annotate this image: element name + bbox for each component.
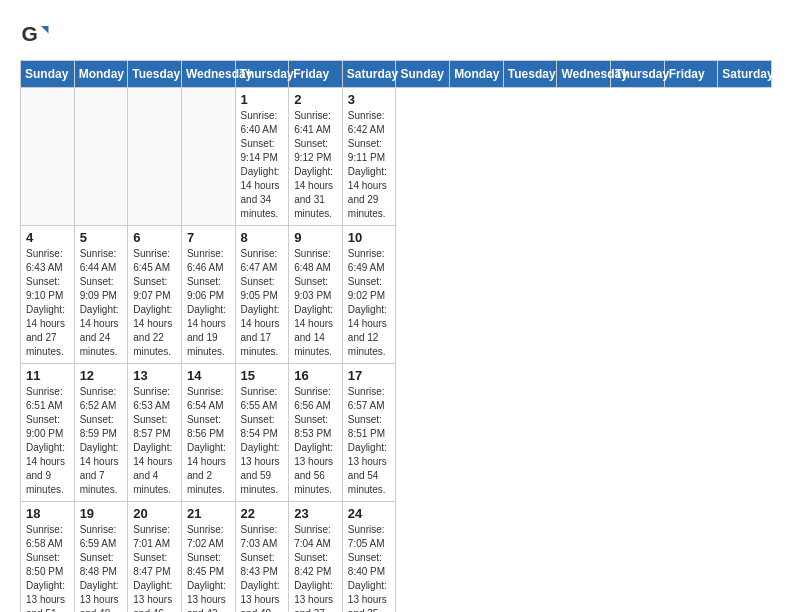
day-number: 3 (348, 92, 391, 107)
day-number: 10 (348, 230, 391, 245)
weekday-header-monday: Monday (450, 61, 504, 88)
day-number: 7 (187, 230, 230, 245)
calendar-cell: 18Sunrise: 6:58 AM Sunset: 8:50 PM Dayli… (21, 502, 75, 613)
calendar-cell: 12Sunrise: 6:52 AM Sunset: 8:59 PM Dayli… (74, 364, 128, 502)
calendar-header-row: SundayMondayTuesdayWednesdayThursdayFrid… (21, 61, 772, 88)
day-number: 21 (187, 506, 230, 521)
day-info: Sunrise: 6:59 AM Sunset: 8:48 PM Dayligh… (80, 523, 123, 612)
day-number: 14 (187, 368, 230, 383)
calendar-cell: 1Sunrise: 6:40 AM Sunset: 9:14 PM Daylig… (235, 88, 289, 226)
calendar-cell: 16Sunrise: 6:56 AM Sunset: 8:53 PM Dayli… (289, 364, 343, 502)
day-info: Sunrise: 7:01 AM Sunset: 8:47 PM Dayligh… (133, 523, 176, 612)
day-info: Sunrise: 6:42 AM Sunset: 9:11 PM Dayligh… (348, 109, 391, 221)
weekday-header-wednesday: Wednesday (557, 61, 611, 88)
calendar-cell (181, 88, 235, 226)
day-info: Sunrise: 6:46 AM Sunset: 9:06 PM Dayligh… (187, 247, 230, 359)
calendar-week-1: 1Sunrise: 6:40 AM Sunset: 9:14 PM Daylig… (21, 88, 772, 226)
weekday-header-monday: Monday (74, 61, 128, 88)
logo: G (20, 20, 52, 50)
day-number: 20 (133, 506, 176, 521)
day-info: Sunrise: 6:55 AM Sunset: 8:54 PM Dayligh… (241, 385, 284, 497)
day-number: 22 (241, 506, 284, 521)
day-number: 19 (80, 506, 123, 521)
calendar-cell: 21Sunrise: 7:02 AM Sunset: 8:45 PM Dayli… (181, 502, 235, 613)
weekday-header-thursday: Thursday (235, 61, 289, 88)
calendar-cell (21, 88, 75, 226)
day-info: Sunrise: 6:41 AM Sunset: 9:12 PM Dayligh… (294, 109, 337, 221)
calendar-week-4: 18Sunrise: 6:58 AM Sunset: 8:50 PM Dayli… (21, 502, 772, 613)
day-number: 4 (26, 230, 69, 245)
calendar-cell: 8Sunrise: 6:47 AM Sunset: 9:05 PM Daylig… (235, 226, 289, 364)
day-info: Sunrise: 6:51 AM Sunset: 9:00 PM Dayligh… (26, 385, 69, 497)
svg-text:G: G (22, 22, 38, 45)
day-number: 13 (133, 368, 176, 383)
day-info: Sunrise: 6:43 AM Sunset: 9:10 PM Dayligh… (26, 247, 69, 359)
day-info: Sunrise: 6:58 AM Sunset: 8:50 PM Dayligh… (26, 523, 69, 612)
calendar-cell: 11Sunrise: 6:51 AM Sunset: 9:00 PM Dayli… (21, 364, 75, 502)
day-number: 15 (241, 368, 284, 383)
day-number: 1 (241, 92, 284, 107)
calendar-cell: 4Sunrise: 6:43 AM Sunset: 9:10 PM Daylig… (21, 226, 75, 364)
day-number: 9 (294, 230, 337, 245)
day-number: 5 (80, 230, 123, 245)
day-number: 11 (26, 368, 69, 383)
calendar-cell: 22Sunrise: 7:03 AM Sunset: 8:43 PM Dayli… (235, 502, 289, 613)
calendar-cell: 6Sunrise: 6:45 AM Sunset: 9:07 PM Daylig… (128, 226, 182, 364)
weekday-header-sunday: Sunday (396, 61, 450, 88)
calendar-week-3: 11Sunrise: 6:51 AM Sunset: 9:00 PM Dayli… (21, 364, 772, 502)
day-number: 6 (133, 230, 176, 245)
day-info: Sunrise: 6:47 AM Sunset: 9:05 PM Dayligh… (241, 247, 284, 359)
day-info: Sunrise: 7:04 AM Sunset: 8:42 PM Dayligh… (294, 523, 337, 612)
day-number: 8 (241, 230, 284, 245)
weekday-header-saturday: Saturday (342, 61, 396, 88)
day-number: 16 (294, 368, 337, 383)
day-info: Sunrise: 6:53 AM Sunset: 8:57 PM Dayligh… (133, 385, 176, 497)
day-info: Sunrise: 6:56 AM Sunset: 8:53 PM Dayligh… (294, 385, 337, 497)
day-info: Sunrise: 6:40 AM Sunset: 9:14 PM Dayligh… (241, 109, 284, 221)
day-number: 12 (80, 368, 123, 383)
calendar-cell: 5Sunrise: 6:44 AM Sunset: 9:09 PM Daylig… (74, 226, 128, 364)
day-number: 18 (26, 506, 69, 521)
calendar-cell: 20Sunrise: 7:01 AM Sunset: 8:47 PM Dayli… (128, 502, 182, 613)
calendar-cell: 15Sunrise: 6:55 AM Sunset: 8:54 PM Dayli… (235, 364, 289, 502)
day-info: Sunrise: 7:02 AM Sunset: 8:45 PM Dayligh… (187, 523, 230, 612)
day-info: Sunrise: 6:52 AM Sunset: 8:59 PM Dayligh… (80, 385, 123, 497)
calendar-cell: 2Sunrise: 6:41 AM Sunset: 9:12 PM Daylig… (289, 88, 343, 226)
day-number: 2 (294, 92, 337, 107)
day-info: Sunrise: 6:45 AM Sunset: 9:07 PM Dayligh… (133, 247, 176, 359)
logo-icon: G (20, 20, 50, 50)
day-info: Sunrise: 6:54 AM Sunset: 8:56 PM Dayligh… (187, 385, 230, 497)
calendar-cell: 13Sunrise: 6:53 AM Sunset: 8:57 PM Dayli… (128, 364, 182, 502)
day-info: Sunrise: 6:44 AM Sunset: 9:09 PM Dayligh… (80, 247, 123, 359)
weekday-header-saturday: Saturday (718, 61, 772, 88)
day-number: 23 (294, 506, 337, 521)
weekday-header-sunday: Sunday (21, 61, 75, 88)
weekday-header-tuesday: Tuesday (128, 61, 182, 88)
day-info: Sunrise: 7:03 AM Sunset: 8:43 PM Dayligh… (241, 523, 284, 612)
weekday-header-thursday: Thursday (611, 61, 665, 88)
calendar-table: SundayMondayTuesdayWednesdayThursdayFrid… (20, 60, 772, 612)
calendar-cell: 24Sunrise: 7:05 AM Sunset: 8:40 PM Dayli… (342, 502, 396, 613)
day-number: 17 (348, 368, 391, 383)
calendar-cell: 9Sunrise: 6:48 AM Sunset: 9:03 PM Daylig… (289, 226, 343, 364)
day-number: 24 (348, 506, 391, 521)
calendar-cell: 17Sunrise: 6:57 AM Sunset: 8:51 PM Dayli… (342, 364, 396, 502)
calendar-cell (128, 88, 182, 226)
calendar-cell: 10Sunrise: 6:49 AM Sunset: 9:02 PM Dayli… (342, 226, 396, 364)
calendar-cell: 19Sunrise: 6:59 AM Sunset: 8:48 PM Dayli… (74, 502, 128, 613)
weekday-header-friday: Friday (289, 61, 343, 88)
calendar-cell: 14Sunrise: 6:54 AM Sunset: 8:56 PM Dayli… (181, 364, 235, 502)
day-info: Sunrise: 6:48 AM Sunset: 9:03 PM Dayligh… (294, 247, 337, 359)
calendar-cell: 7Sunrise: 6:46 AM Sunset: 9:06 PM Daylig… (181, 226, 235, 364)
day-info: Sunrise: 6:49 AM Sunset: 9:02 PM Dayligh… (348, 247, 391, 359)
weekday-header-tuesday: Tuesday (503, 61, 557, 88)
page-header: G (20, 20, 772, 50)
calendar-week-2: 4Sunrise: 6:43 AM Sunset: 9:10 PM Daylig… (21, 226, 772, 364)
calendar-cell (74, 88, 128, 226)
calendar-cell: 3Sunrise: 6:42 AM Sunset: 9:11 PM Daylig… (342, 88, 396, 226)
weekday-header-wednesday: Wednesday (181, 61, 235, 88)
day-info: Sunrise: 6:57 AM Sunset: 8:51 PM Dayligh… (348, 385, 391, 497)
svg-marker-1 (41, 26, 49, 34)
day-info: Sunrise: 7:05 AM Sunset: 8:40 PM Dayligh… (348, 523, 391, 612)
calendar-cell: 23Sunrise: 7:04 AM Sunset: 8:42 PM Dayli… (289, 502, 343, 613)
